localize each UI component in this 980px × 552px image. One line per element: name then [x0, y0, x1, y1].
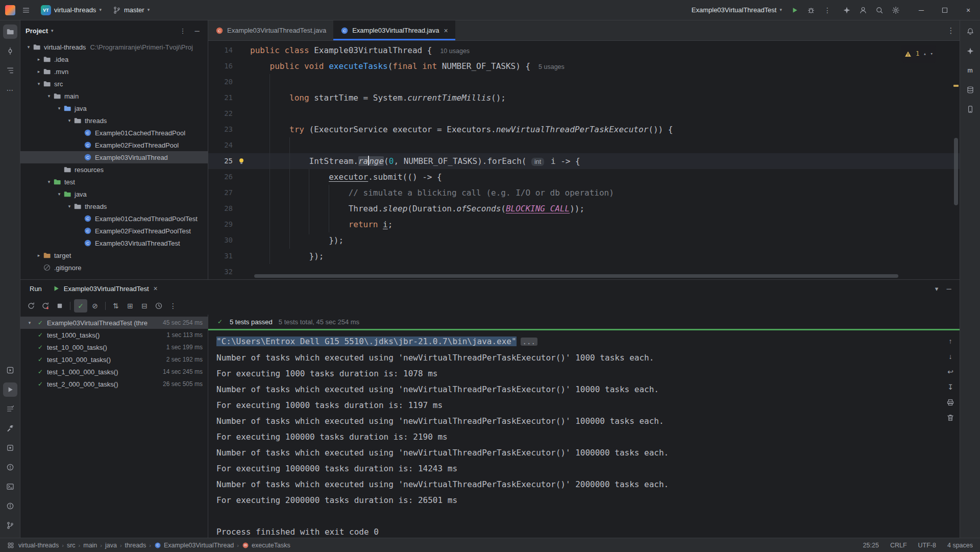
- breadcrumb-threads[interactable]: threads: [125, 542, 146, 549]
- chevron-down-icon[interactable]: ▾: [24, 44, 33, 50]
- code-editor[interactable]: 14public class Example03VirtualThread {1…: [208, 41, 960, 279]
- chevron-down-icon[interactable]: ▾: [45, 93, 53, 99]
- arrow-up-button[interactable]: ↑: [944, 335, 957, 347]
- tree-item-virtual-threads[interactable]: ▾virtual-threadsC:\Programiranje\Primeri…: [20, 41, 208, 53]
- tool-notifications-button[interactable]: [963, 25, 977, 39]
- arrow-down-button[interactable]: ↓: [944, 350, 957, 363]
- tree-item-target[interactable]: ▸target: [20, 249, 208, 261]
- show-passed-button[interactable]: ✓: [74, 299, 87, 313]
- debug-button[interactable]: [803, 3, 819, 18]
- test-item-test-1000-tasks[interactable]: ✓test_1000_tasks()1 sec 113 ms: [20, 329, 208, 341]
- run-button[interactable]: [787, 3, 802, 18]
- tool-problems-button[interactable]: [3, 460, 17, 474]
- tool-commit-button[interactable]: [3, 44, 17, 58]
- line-number[interactable]: 23: [208, 122, 233, 137]
- tool-build-button[interactable]: [3, 421, 17, 436]
- hide-panel-button[interactable]: ─: [943, 283, 954, 294]
- tool-info-button[interactable]: [3, 499, 17, 513]
- gutter[interactable]: [233, 58, 250, 74]
- close-icon[interactable]: ×: [154, 284, 158, 293]
- line-number[interactable]: 31: [208, 248, 233, 264]
- tree-item-gitignore[interactable]: .gitignore: [20, 261, 208, 274]
- run-config-selector[interactable]: Example03VirtualThreadTest ▾: [688, 3, 786, 18]
- line-number[interactable]: 30: [208, 232, 233, 248]
- gutter[interactable]: [233, 201, 250, 217]
- tool-ai-assistant-button[interactable]: [963, 44, 977, 58]
- breadcrumb-virtual-threads[interactable]: virtual-threads: [18, 542, 59, 549]
- breadcrumb-executetasks[interactable]: mexecuteTasks: [242, 542, 290, 549]
- next-problem-button[interactable]: ▾: [930, 46, 933, 62]
- chevron-down-icon[interactable]: ▾: [65, 118, 74, 123]
- chevron-down-icon[interactable]: ▾: [55, 106, 63, 111]
- stop-button[interactable]: [53, 299, 66, 313]
- tool-services-button[interactable]: [3, 363, 17, 377]
- print-button[interactable]: [944, 396, 957, 409]
- vertical-scrollbar[interactable]: [954, 138, 958, 205]
- vcs-widget[interactable]: master ▾: [109, 3, 154, 18]
- gutter[interactable]: [233, 74, 250, 90]
- inspections-widget[interactable]: 1 ▴ ▾: [901, 45, 936, 63]
- run-tab[interactable]: Example03VirtualThreadTest ×: [47, 280, 163, 297]
- gutter[interactable]: [233, 42, 250, 58]
- expand-all-button[interactable]: ⊞: [124, 299, 137, 313]
- caret-position[interactable]: 25:25: [863, 542, 879, 549]
- breadcrumb-example03virtualthread[interactable]: CExample03VirtualThread: [154, 542, 234, 549]
- hide-panel-button[interactable]: ─: [191, 25, 203, 36]
- line-separator[interactable]: CRLF: [890, 542, 907, 549]
- ai-assistant-button[interactable]: [839, 3, 854, 18]
- trash-button[interactable]: [944, 412, 957, 424]
- sort-button[interactable]: ⇅: [109, 299, 122, 313]
- profile-button[interactable]: [855, 3, 871, 18]
- gutter[interactable]: [233, 122, 250, 137]
- line-number[interactable]: 28: [208, 201, 233, 217]
- editor-tab-example03virtualthread-java[interactable]: CExample03VirtualThread.java×: [333, 20, 455, 40]
- tool-more-button[interactable]: ⋯: [3, 83, 17, 97]
- gutter[interactable]: [233, 137, 250, 153]
- rerun-button[interactable]: [24, 299, 38, 313]
- kebab-button[interactable]: ⋮: [166, 299, 180, 313]
- tree-item-example03virtualthread[interactable]: CExample03VirtualThread: [20, 151, 208, 163]
- tree-item-resources[interactable]: resources: [20, 163, 208, 176]
- tree-item-example01cachedthreadpooltest[interactable]: CExample01CachedThreadPoolTest: [20, 212, 208, 225]
- gutter[interactable]: [233, 248, 250, 264]
- tool-todo-button[interactable]: [3, 402, 17, 416]
- tree-item-threads[interactable]: ▾threads: [20, 114, 208, 127]
- history-button[interactable]: [152, 299, 165, 313]
- gutter[interactable]: [233, 217, 250, 232]
- line-number[interactable]: 16: [208, 58, 233, 74]
- tree-item-mvn[interactable]: ▸.mvn: [20, 65, 208, 78]
- rerun-failed-button[interactable]: [39, 299, 52, 313]
- line-number[interactable]: 25: [208, 153, 233, 169]
- maximize-button[interactable]: [933, 0, 957, 20]
- tool-project-button[interactable]: [3, 25, 17, 39]
- usages-inlay[interactable]: 5 usages: [538, 63, 565, 70]
- scroll-end-button[interactable]: ↧: [944, 381, 957, 393]
- line-number[interactable]: 22: [208, 106, 233, 122]
- more-actions-button[interactable]: ⋮: [820, 3, 835, 18]
- tool-device-button[interactable]: [963, 102, 977, 116]
- chevron-down-icon[interactable]: ▾: [55, 191, 63, 197]
- gutter[interactable]: [233, 185, 250, 201]
- tree-item-test[interactable]: ▾test: [20, 176, 208, 188]
- show-ignored-button[interactable]: ⊘: [88, 299, 102, 313]
- tool-database-button[interactable]: [963, 83, 977, 97]
- chevron-down-icon[interactable]: ▾: [65, 204, 74, 209]
- line-number[interactable]: 29: [208, 217, 233, 232]
- tree-item-java[interactable]: ▾java: [20, 102, 208, 114]
- tab-options-button[interactable]: ⋮: [942, 20, 960, 40]
- tree-item-example03virtualthreadtest[interactable]: CExample03VirtualThreadTest: [20, 237, 208, 249]
- folded-text[interactable]: ...: [521, 338, 537, 346]
- console-output[interactable]: "C:\Users\Entrox Dell G15 5510\.jdks\jbr…: [208, 330, 960, 538]
- test-item-test-10-000-tasks[interactable]: ✓test_10_000_tasks()1 sec 199 ms: [20, 341, 208, 353]
- close-icon[interactable]: ×: [444, 27, 448, 35]
- test-root[interactable]: ▾✓Example03VirtualThreadTest (thre45 sec…: [20, 317, 208, 329]
- gutter[interactable]: [233, 90, 250, 106]
- collapse-all-button[interactable]: ⊟: [138, 299, 151, 313]
- project-widget[interactable]: VT virtual-threads ▾: [37, 3, 106, 18]
- main-menu-button[interactable]: [18, 3, 34, 18]
- test-item-test-2-000-000-tasks[interactable]: ✓test_2_000_000_tasks()26 sec 505 ms: [20, 378, 208, 390]
- line-number[interactable]: 20: [208, 74, 233, 90]
- gutter[interactable]: [233, 153, 250, 169]
- line-number[interactable]: 26: [208, 169, 233, 185]
- chevron-down-icon[interactable]: ▾: [35, 81, 43, 86]
